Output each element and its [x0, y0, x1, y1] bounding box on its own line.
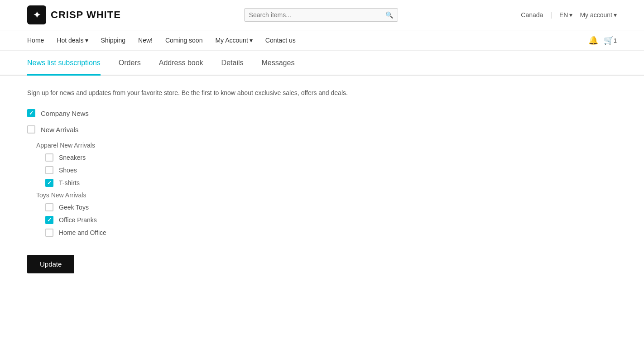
- office-pranks-label[interactable]: Office Pranks: [59, 216, 97, 224]
- geek-toys-item: Geek Toys: [45, 203, 617, 211]
- home-office-checkbox[interactable]: [45, 229, 53, 237]
- cart-icon[interactable]: 🛒 1: [604, 35, 617, 45]
- geek-toys-checkbox[interactable]: [45, 203, 53, 211]
- account-dropdown-icon: ▾: [614, 11, 617, 19]
- logo[interactable]: ✦ CRISP WHITE: [27, 5, 121, 24]
- company-news-section: Company News: [27, 109, 617, 117]
- search-box: 🔍: [244, 8, 398, 22]
- sneakers-label[interactable]: Sneakers: [59, 154, 86, 161]
- main-content: Sign up for news and updates from your f…: [0, 76, 644, 287]
- subscription-description: Sign up for news and updates from your f…: [27, 89, 617, 96]
- sneakers-item: Sneakers: [45, 153, 617, 162]
- tshirts-item: T-shirts: [45, 179, 617, 187]
- nav-new[interactable]: New!: [138, 30, 153, 50]
- header: ✦ CRISP WHITE 🔍 Canada | EN ▾ My account…: [0, 0, 644, 30]
- new-arrivals-sub: Apparel New Arrivals Sneakers Shoes T-sh…: [36, 142, 617, 237]
- cart-count: 1: [614, 37, 617, 44]
- shoes-checkbox[interactable]: [45, 166, 53, 174]
- nav-bar: Home Hot deals ▾ Shipping New! Coming so…: [0, 30, 644, 51]
- my-account-label: My account: [580, 11, 612, 19]
- company-news-checkbox[interactable]: [27, 109, 35, 117]
- tab-address-book[interactable]: Address book: [159, 59, 203, 76]
- new-arrivals-checkbox[interactable]: [27, 125, 35, 134]
- search-area: 🔍: [121, 8, 521, 22]
- tab-news-list-subscriptions[interactable]: News list subscriptions: [27, 59, 101, 76]
- logo-icon: ✦: [27, 5, 46, 24]
- tshirts-checkbox[interactable]: [45, 179, 53, 187]
- nav-my-account[interactable]: My Account ▾: [215, 30, 252, 50]
- header-right: Canada | EN ▾ My account ▾: [521, 11, 617, 19]
- office-pranks-item: Office Pranks: [45, 216, 617, 224]
- tab-orders[interactable]: Orders: [119, 59, 141, 76]
- apparel-group-label: Apparel New Arrivals: [36, 142, 617, 149]
- country-label: Canada: [521, 11, 543, 19]
- my-account-nav-dropdown-icon: ▾: [250, 37, 253, 44]
- nav-shipping[interactable]: Shipping: [101, 30, 126, 50]
- home-office-item: Home and Office: [45, 229, 617, 237]
- tab-details[interactable]: Details: [221, 59, 244, 76]
- toys-group-label: Toys New Arrivals: [36, 191, 617, 199]
- company-news-label: Company News: [41, 110, 89, 117]
- office-pranks-checkbox[interactable]: [45, 216, 53, 224]
- nav-coming-soon[interactable]: Coming soon: [165, 30, 203, 50]
- hot-deals-dropdown-icon: ▾: [85, 37, 88, 44]
- shoes-item: Shoes: [45, 166, 617, 174]
- tab-messages[interactable]: Messages: [261, 59, 294, 76]
- lang-dropdown-icon: ▾: [569, 11, 572, 19]
- new-arrivals-item: New Arrivals: [27, 125, 617, 134]
- nav-contact-us[interactable]: Contact us: [265, 30, 296, 50]
- tshirts-label[interactable]: T-shirts: [59, 179, 80, 186]
- geek-toys-label[interactable]: Geek Toys: [59, 204, 89, 211]
- nav-hot-deals[interactable]: Hot deals ▾: [57, 30, 88, 50]
- brand-name: CRISP WHITE: [51, 9, 121, 21]
- shoes-label[interactable]: Shoes: [59, 167, 77, 174]
- tabs-bar: News list subscriptions Orders Address b…: [0, 51, 644, 76]
- my-account-button[interactable]: My account ▾: [580, 11, 617, 19]
- new-arrivals-section: New Arrivals Apparel New Arrivals Sneake…: [27, 125, 617, 237]
- search-icon: 🔍: [385, 11, 393, 19]
- notification-icon: 🔔: [588, 35, 598, 45]
- search-input[interactable]: [249, 11, 385, 19]
- language-label: EN: [559, 11, 568, 19]
- sneakers-checkbox[interactable]: [45, 153, 53, 162]
- language-selector[interactable]: EN ▾: [559, 11, 572, 19]
- update-button[interactable]: Update: [27, 255, 74, 273]
- separator: |: [550, 11, 552, 19]
- nav-right-icons: 🔔 🛒 1: [588, 35, 617, 45]
- company-news-item: Company News: [27, 109, 617, 117]
- home-office-label[interactable]: Home and Office: [59, 229, 106, 236]
- nav-home[interactable]: Home: [27, 30, 44, 50]
- new-arrivals-label: New Arrivals: [41, 126, 78, 134]
